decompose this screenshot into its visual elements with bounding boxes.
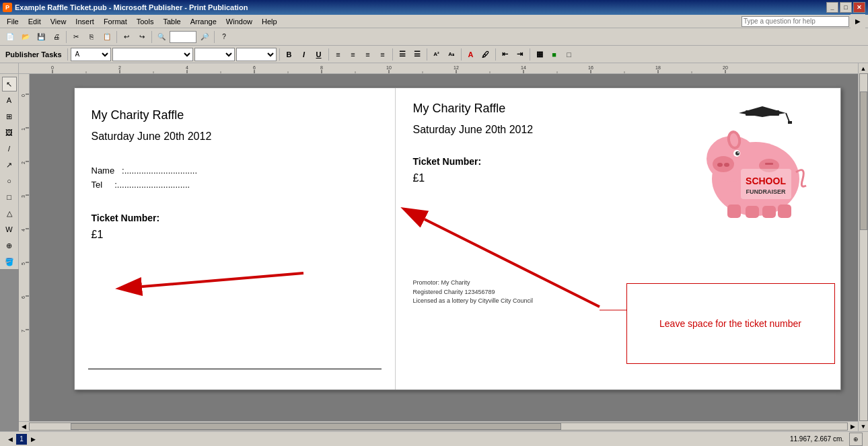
line-color-button[interactable]: □: [563, 48, 576, 61]
left-ticket-number-label: Ticket Number:: [92, 213, 379, 223]
redo-button[interactable]: ↪: [135, 30, 149, 44]
content-area: 0 2 4 6 8 10 12 14 16: [19, 63, 858, 431]
minimize-button[interactable]: _: [826, 2, 838, 13]
menu-insert[interactable]: Insert: [71, 17, 98, 26]
increase-indent-button[interactable]: ⇥: [513, 48, 527, 61]
zoom-in-button[interactable]: 🔍: [154, 30, 169, 44]
save-button[interactable]: 💾: [34, 30, 48, 44]
align-center-button[interactable]: ≡: [347, 48, 360, 61]
prev-page-button[interactable]: ◀: [5, 435, 15, 444]
svg-text:14: 14: [521, 65, 526, 70]
vertical-scroll-thumb[interactable]: [860, 91, 867, 230]
zoom-out-button[interactable]: 🔎: [197, 30, 212, 44]
italic-button[interactable]: I: [297, 48, 311, 61]
title-bar-left: P Example Raffle Ticket.pub - Microsoft …: [3, 3, 248, 12]
highlight-button[interactable]: 🖊: [479, 48, 493, 61]
decrease-indent-button[interactable]: ⇤: [499, 48, 512, 61]
menu-table[interactable]: Table: [159, 17, 184, 26]
menu-file[interactable]: File: [3, 17, 23, 26]
current-page[interactable]: 1: [16, 434, 27, 445]
menu-edit[interactable]: Edit: [24, 17, 45, 26]
print-button[interactable]: 🖨: [49, 30, 64, 44]
image-tool[interactable]: 🖼: [2, 125, 17, 140]
oval-tool[interactable]: ○: [2, 174, 17, 188]
horizontal-scroll-thumb[interactable]: [71, 423, 561, 430]
scroll-left-button[interactable]: ◀: [19, 422, 29, 432]
font-size-select-a[interactable]: A: [71, 48, 111, 61]
bold-button[interactable]: B: [283, 48, 296, 61]
connector-tool[interactable]: ⊕: [2, 238, 17, 253]
next-page-button[interactable]: ▶: [28, 435, 38, 444]
name-dots: :..............................: [122, 165, 197, 176]
window-controls[interactable]: _ □ ✕: [826, 2, 865, 13]
bottom-line: [88, 369, 382, 369]
svg-rect-53: [788, 121, 792, 124]
align-justify-button[interactable]: ≡: [376, 48, 390, 61]
scroll-up-button[interactable]: ▲: [859, 63, 869, 73]
new-button[interactable]: 📄: [3, 30, 17, 44]
right-price: £1: [412, 172, 675, 184]
vertical-scrollbar[interactable]: ▲ ▼: [858, 63, 868, 431]
help-search[interactable]: ▶: [742, 14, 865, 29]
zoom-input[interactable]: 150%: [170, 31, 196, 43]
font-style-select[interactable]: [236, 48, 277, 61]
arrow-tool[interactable]: ↗: [2, 157, 17, 172]
superscript-button[interactable]: A²: [430, 48, 443, 61]
menu-arrange[interactable]: Arrange: [186, 17, 221, 26]
svg-point-57: [717, 163, 723, 167]
horizontal-scrollbar[interactable]: ◀ ▶: [19, 421, 858, 431]
cut-button[interactable]: ✂: [69, 30, 83, 44]
bullet-list-button[interactable]: ☰: [396, 48, 409, 61]
scroll-right-button[interactable]: ▶: [848, 422, 858, 432]
undo-button[interactable]: ↩: [119, 30, 134, 44]
help-search-button[interactable]: ▶: [851, 14, 865, 29]
rect-tool[interactable]: □: [2, 190, 17, 205]
wordart-tool[interactable]: W: [2, 222, 17, 237]
main-area: ↖ A ⊞ 🖼 / ↗ ○ □ △ W ⊕ 🪣 0 2: [0, 63, 868, 431]
horizontal-scroll-track[interactable]: [29, 422, 848, 431]
copy-button[interactable]: ⎘: [84, 30, 99, 44]
left-date: Saturday June 20th 2012: [92, 131, 379, 143]
align-right-button[interactable]: ≡: [361, 48, 375, 61]
underline-button[interactable]: U: [312, 48, 326, 61]
help-button[interactable]: ?: [217, 30, 231, 44]
close-button[interactable]: ✕: [853, 2, 865, 13]
line-tool[interactable]: /: [2, 141, 17, 156]
scroll-down-button[interactable]: ▼: [859, 421, 869, 431]
subscript-button[interactable]: A₂: [445, 48, 458, 61]
pointer-tool[interactable]: ↖: [2, 77, 17, 91]
font-color-button[interactable]: A: [464, 48, 478, 61]
svg-text:0: 0: [21, 94, 26, 97]
text-tool[interactable]: A: [2, 93, 17, 108]
menu-help[interactable]: Help: [258, 17, 281, 26]
number-list-button[interactable]: ☰: [410, 48, 424, 61]
columns-button[interactable]: ▦: [533, 48, 546, 61]
svg-line-74: [142, 273, 303, 287]
svg-text:0: 0: [51, 65, 54, 70]
menu-window[interactable]: Window: [222, 17, 256, 26]
tel-label: Tel: [92, 180, 103, 190]
vertical-scroll-track[interactable]: [859, 73, 868, 421]
svg-point-58: [724, 163, 729, 167]
font-family-select[interactable]: [112, 48, 193, 61]
font-size-select[interactable]: [194, 48, 235, 61]
table-tool[interactable]: ⊞: [2, 109, 17, 124]
open-button[interactable]: 📂: [18, 30, 33, 44]
fill-color-button[interactable]: ■: [548, 48, 561, 61]
help-search-input[interactable]: [742, 16, 849, 27]
format-sep-8: [530, 48, 530, 61]
menu-view[interactable]: View: [46, 17, 71, 26]
paste-button[interactable]: 📋: [100, 30, 114, 44]
shape-tool[interactable]: △: [2, 206, 17, 221]
fill-tool[interactable]: 🪣: [2, 254, 17, 269]
publisher-tasks-label: Publisher Tasks: [3, 50, 65, 59]
scroll-container[interactable]: My Charity Raffle Saturday June 20th 201…: [30, 74, 858, 421]
toolbar-sep-4: [214, 31, 215, 43]
svg-rect-67: [778, 205, 791, 218]
menu-tools[interactable]: Tools: [133, 17, 158, 26]
maximize-button[interactable]: □: [840, 2, 852, 13]
align-left-button[interactable]: ≡: [332, 48, 345, 61]
pig-svg: SCHOOL FUNDRAISER: [688, 105, 823, 226]
menu-format[interactable]: Format: [100, 17, 131, 26]
left-arrow-annotation: [129, 260, 317, 300]
